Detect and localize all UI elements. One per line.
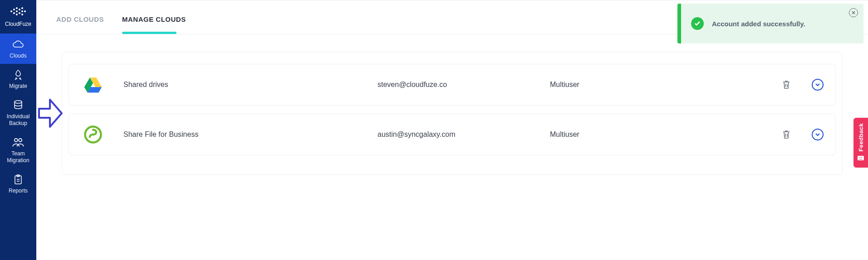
feedback-label: Feedback: [858, 123, 864, 151]
service-type: Multiuser: [550, 81, 613, 89]
svg-point-2: [13, 12, 15, 14]
svg-point-6: [19, 9, 20, 10]
success-toast: Account added successfully.: [677, 4, 863, 43]
svg-point-14: [19, 139, 22, 142]
rocket-icon: [12, 69, 25, 80]
cloud-icon: [12, 39, 25, 50]
toast-close-button[interactable]: [849, 8, 858, 17]
svg-point-1: [13, 9, 15, 10]
database-icon: [12, 100, 25, 111]
svg-point-8: [21, 7, 23, 9]
svg-point-22: [859, 157, 860, 158]
feedback-icon: [857, 155, 864, 162]
sidebar-item-label: Individual Backup: [2, 113, 34, 127]
svg-point-7: [19, 12, 20, 14]
service-email: austin@syncgalaxy.com: [378, 130, 550, 139]
brand: CloudFuze: [0, 5, 36, 34]
sidebar: CloudFuze Clouds Migrate Individual Back…: [0, 0, 36, 260]
svg-point-5: [16, 14, 18, 15]
toast-message: Account added successfully.: [712, 20, 805, 28]
cloud-row: Share File for Business austin@syncgalax…: [69, 114, 836, 155]
clipboard-icon: [12, 174, 25, 185]
chevron-down-icon: [815, 132, 820, 137]
close-icon: [851, 10, 856, 15]
service-type: Multiuser: [550, 130, 613, 139]
svg-point-12: [15, 101, 22, 103]
sharefile-icon: [83, 125, 103, 144]
svg-point-0: [10, 10, 12, 12]
sidebar-item-individual-backup[interactable]: Individual Backup: [0, 94, 36, 131]
check-circle-icon: [691, 17, 704, 30]
svg-point-9: [21, 10, 23, 12]
feedback-tab[interactable]: Feedback: [853, 118, 868, 168]
gdrive-icon: [83, 75, 103, 94]
tab-add-clouds[interactable]: ADD CLOUDS: [56, 15, 104, 34]
sidebar-item-label: Clouds: [2, 53, 34, 59]
brand-icon: [9, 5, 28, 17]
sidebar-item-label: Migrate: [2, 83, 34, 90]
tab-manage-clouds[interactable]: MANAGE CLOUDS: [122, 15, 186, 34]
clouds-card: Shared drives steven@cloudfuze.co Multiu…: [62, 52, 843, 175]
service-name: Shared drives: [123, 81, 378, 89]
delete-icon[interactable]: [782, 80, 791, 90]
svg-point-23: [861, 157, 862, 158]
sidebar-item-reports[interactable]: Reports: [0, 169, 36, 199]
svg-point-3: [16, 7, 18, 9]
content: Shared drives steven@cloudfuze.co Multiu…: [36, 34, 868, 192]
sidebar-item-clouds[interactable]: Clouds: [0, 34, 36, 64]
delete-icon[interactable]: [782, 130, 791, 140]
svg-point-10: [21, 14, 23, 15]
svg-point-4: [16, 10, 18, 12]
sidebar-item-team-migration[interactable]: Team Migration: [0, 131, 36, 169]
expand-button[interactable]: [812, 79, 824, 91]
brand-label: CloudFuze: [0, 21, 36, 27]
service-name: Share File for Business: [123, 130, 378, 139]
team-icon: [12, 137, 25, 148]
sidebar-item-migrate[interactable]: Migrate: [0, 64, 36, 94]
tabs: ADD CLOUDS MANAGE CLOUDS: [56, 0, 186, 34]
svg-point-13: [15, 139, 18, 142]
service-email: steven@cloudfuze.co: [378, 81, 550, 89]
cloud-row: Shared drives steven@cloudfuze.co Multiu…: [69, 64, 836, 106]
sidebar-item-label: Team Migration: [2, 150, 34, 164]
svg-point-11: [24, 10, 26, 12]
chevron-down-icon: [815, 82, 820, 87]
annotation-arrow-icon: [36, 95, 64, 131]
expand-button[interactable]: [812, 129, 824, 140]
sidebar-item-label: Reports: [2, 188, 34, 194]
